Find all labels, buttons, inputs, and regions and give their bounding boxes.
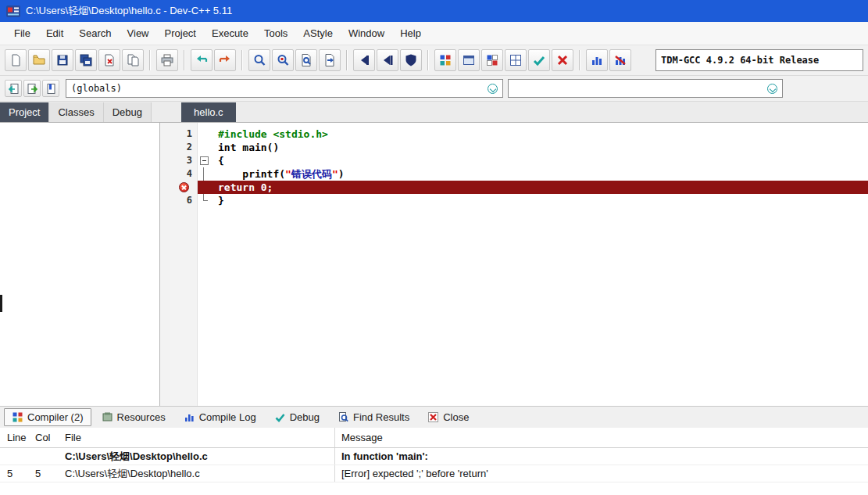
nav-forward-button[interactable]: [23, 80, 41, 97]
toolbar-separator: [241, 50, 243, 70]
syntax-check-button[interactable]: [458, 49, 480, 71]
app-icon: [6, 5, 20, 17]
save-all-icon: [79, 53, 93, 67]
line-number: 6: [160, 194, 198, 207]
goto-line-button[interactable]: [319, 49, 341, 71]
code-line[interactable]: 4 printf("错误代码"): [160, 167, 868, 181]
code-text: #include <stdio.h>: [218, 128, 328, 140]
fold-margin: [198, 194, 210, 207]
replace-icon: [276, 53, 290, 67]
table-row[interactable]: 5 5 C:\Users\轻烟\Desktop\hello.c [Error] …: [0, 465, 868, 482]
tab-close-panel[interactable]: Close: [420, 408, 477, 426]
tab-bar: Project Classes Debug hello.c: [0, 102, 868, 123]
menu-help[interactable]: Help: [392, 23, 429, 43]
code-text: main(): [236, 142, 279, 153]
tab-compile-log[interactable]: Compile Log: [176, 408, 264, 426]
rebuild-icon: [438, 53, 452, 67]
error-code-line[interactable]: return 0;: [160, 181, 868, 194]
fold-margin: [198, 167, 210, 181]
window-icon: [462, 53, 476, 67]
error-gutter-cell: [160, 181, 198, 194]
undo-button[interactable]: [191, 49, 213, 71]
menu-edit[interactable]: Edit: [38, 23, 71, 43]
code-string-quote: ": [285, 168, 291, 180]
tab-find-results[interactable]: Find Results: [330, 408, 417, 426]
new-file-icon: [9, 53, 23, 67]
menu-window[interactable]: Window: [341, 23, 392, 43]
menu-project[interactable]: Project: [157, 23, 204, 43]
code-line[interactable]: 1 #include <stdio.h>: [160, 127, 868, 141]
tab-classes[interactable]: Classes: [49, 102, 103, 122]
toolbar-separator: [346, 50, 348, 70]
undo-icon: [195, 53, 209, 67]
profile-window-button[interactable]: [505, 49, 527, 71]
profile-analysis-button[interactable]: [586, 49, 608, 71]
cell-line: 5: [0, 468, 35, 479]
line-number: 2: [160, 141, 198, 154]
compile-run-button[interactable]: [400, 49, 422, 71]
menu-bar: File Edit Search View Project Execute To…: [0, 22, 868, 45]
menu-tools[interactable]: Tools: [256, 23, 295, 43]
tab-debug-report[interactable]: Debug: [266, 408, 327, 426]
compiler-profile-value: TDM-GCC 4.9.2 64-bit Release: [661, 55, 819, 66]
print-button[interactable]: [156, 49, 178, 71]
compiler-tab-icon: [12, 411, 23, 423]
globals-scope-select[interactable]: (globals): [66, 79, 503, 98]
fold-collapse-icon[interactable]: [200, 156, 209, 165]
goto-declaration-button[interactable]: [42, 80, 59, 97]
debug-button[interactable]: [528, 49, 550, 71]
abort-button[interactable]: [552, 49, 573, 71]
save-all-button[interactable]: [75, 49, 97, 71]
bookmark-page-icon: [45, 83, 57, 95]
code-line[interactable]: 3 {: [160, 154, 868, 167]
save-button[interactable]: [52, 49, 73, 71]
code-editor[interactable]: 1 #include <stdio.h> 2 int main() 3 { 4 …: [160, 123, 868, 406]
tab-debug[interactable]: Debug: [104, 102, 152, 122]
nav-back-button[interactable]: [5, 80, 22, 97]
class-browser-toolbar: (globals): [0, 76, 868, 102]
globals-scope-value: (globals): [71, 83, 122, 94]
editor-tab-hello-c[interactable]: hello.c: [181, 102, 236, 122]
menu-search[interactable]: Search: [71, 23, 119, 43]
fold-margin: [198, 127, 210, 141]
code-line[interactable]: 6 }: [160, 194, 868, 207]
replace-button[interactable]: [272, 49, 294, 71]
clean-icon: [485, 53, 499, 67]
run-icon: [380, 53, 395, 67]
splitter-handle[interactable]: [0, 295, 2, 312]
toolbar-separator: [184, 50, 185, 70]
code-line[interactable]: 2 int main(): [160, 141, 868, 154]
delete-profiling-button[interactable]: [609, 49, 631, 71]
tab-project[interactable]: Project: [0, 102, 49, 122]
compile-button[interactable]: [353, 49, 375, 71]
clean-button[interactable]: [481, 49, 503, 71]
menu-view[interactable]: View: [120, 23, 157, 43]
rebuild-button[interactable]: [434, 49, 456, 71]
compiler-profile-select[interactable]: TDM-GCC 4.9.2 64-bit Release: [655, 49, 863, 71]
open-folder-icon: [32, 53, 46, 67]
run-button[interactable]: [377, 49, 398, 71]
menu-astyle[interactable]: AStyle: [295, 23, 341, 43]
abort-x-icon: [555, 53, 570, 67]
menu-file[interactable]: File: [6, 23, 38, 43]
find-in-files-icon: [299, 53, 313, 67]
tab-resources[interactable]: Resources: [94, 408, 173, 426]
toolbar-separator: [579, 50, 580, 70]
tab-compiler[interactable]: Compiler (2): [4, 408, 91, 426]
table-row[interactable]: C:\Users\轻烟\Desktop\hello.c In function …: [0, 448, 868, 465]
open-file-button[interactable]: [28, 49, 50, 71]
dropdown-arrow-icon: [767, 84, 777, 94]
window-title: C:\Users\轻烟\Desktop\hello.c - Dev-C++ 5.…: [26, 4, 232, 18]
close-all-button[interactable]: [122, 49, 144, 71]
find-button[interactable]: [248, 49, 270, 71]
close-file-button[interactable]: [98, 49, 120, 71]
find-in-files-button[interactable]: [295, 49, 317, 71]
grid-icon: [509, 53, 523, 67]
redo-button[interactable]: [214, 49, 236, 71]
nav-forward-icon: [27, 83, 38, 95]
search-icon: [252, 53, 266, 67]
members-select[interactable]: [508, 79, 783, 98]
new-file-button[interactable]: [5, 49, 27, 71]
menu-execute[interactable]: Execute: [204, 23, 256, 43]
compile-log-tab-icon: [184, 411, 195, 423]
